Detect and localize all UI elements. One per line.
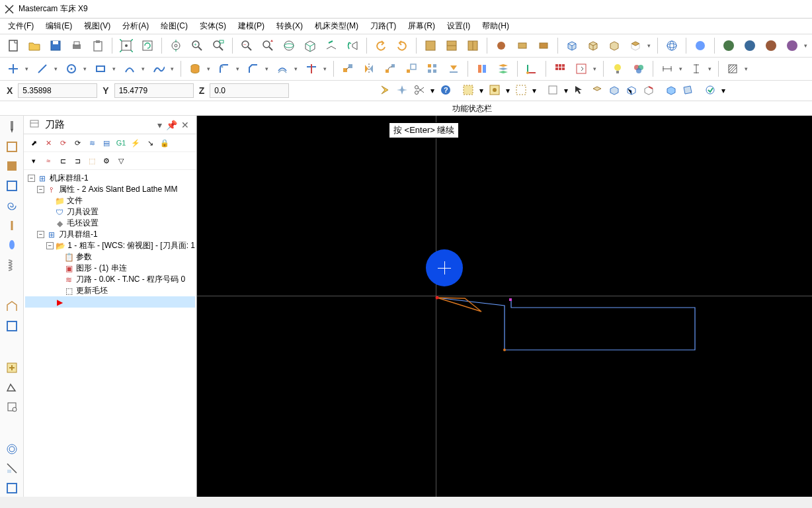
tree-toolpath-nc[interactable]: ≋ 刀路 - 0.0K - T.NC - 程序号码 0 xyxy=(25,274,195,285)
post-icon[interactable]: G1 xyxy=(115,137,127,149)
graphics-viewport[interactable]: 按 <Enter> 继续 xyxy=(197,116,812,497)
sel-all-icon[interactable] xyxy=(462,84,474,98)
select-dirty-icon[interactable]: ✕ xyxy=(42,137,54,149)
arc-icon[interactable] xyxy=(120,60,139,78)
tree-update-stock[interactable]: ⬚ 更新毛坯 xyxy=(25,285,195,296)
material-4-icon[interactable] xyxy=(783,36,801,55)
z-input[interactable] xyxy=(210,83,289,98)
undo-icon[interactable] xyxy=(372,36,390,55)
menu-edit[interactable]: 编辑(E) xyxy=(43,19,75,33)
drill-icon[interactable] xyxy=(3,118,21,136)
dropdown-icon[interactable]: ▾ xyxy=(142,65,147,72)
y-input[interactable] xyxy=(114,83,194,98)
material-3-icon[interactable] xyxy=(762,36,780,55)
lock-icon[interactable]: 🔒 xyxy=(159,137,171,149)
collapse-icon[interactable]: − xyxy=(46,242,54,249)
dropdown-icon[interactable]: ▾ xyxy=(323,65,329,72)
dropdown-icon[interactable]: ▾ xyxy=(721,86,725,95)
stock-shade-icon[interactable] xyxy=(492,36,510,55)
tp-display3-icon[interactable]: ⊐ xyxy=(71,155,83,167)
menu-screen[interactable]: 屏幕(R) xyxy=(405,19,438,33)
menu-view[interactable]: 视图(V) xyxy=(81,19,113,33)
profile-6-icon[interactable] xyxy=(3,480,21,497)
regen-icon[interactable]: ⟳ xyxy=(57,137,69,149)
cylinder-icon[interactable] xyxy=(186,60,204,78)
stock-wire2-icon[interactable] xyxy=(534,36,553,55)
plane-front-icon[interactable] xyxy=(442,36,461,55)
panel-close-icon[interactable]: ✕ xyxy=(179,120,191,130)
menu-machine[interactable]: 机床类型(M) xyxy=(312,19,361,33)
regen-all-icon[interactable]: ⟳ xyxy=(71,137,83,149)
dim-vert-icon[interactable] xyxy=(687,60,706,78)
menu-help[interactable]: 帮助(H) xyxy=(479,19,512,33)
plane-side-icon[interactable] xyxy=(464,36,482,55)
unzoom-icon[interactable]: − xyxy=(237,36,256,55)
xform-scale-icon[interactable] xyxy=(402,60,421,78)
rough-fill-icon[interactable] xyxy=(3,157,21,175)
rectangle-icon[interactable] xyxy=(91,60,110,78)
menu-xform[interactable]: 转换(X) xyxy=(274,19,305,33)
save-icon[interactable] xyxy=(46,36,65,55)
cube-iso-icon[interactable] xyxy=(563,36,581,55)
spiral-icon[interactable] xyxy=(3,197,21,214)
spiral-2-icon[interactable] xyxy=(3,441,21,458)
cube-front-icon[interactable] xyxy=(584,36,602,55)
tp-options-icon[interactable]: ⚙ xyxy=(101,155,112,167)
sel-solid-icon[interactable] xyxy=(608,84,620,98)
thread-vert-icon[interactable] xyxy=(3,217,21,234)
cplane-origin-icon[interactable] xyxy=(522,60,541,78)
tree-params[interactable]: 📋 参数 xyxy=(25,251,195,263)
profile-1-icon[interactable] xyxy=(3,298,21,315)
dropdown-icon[interactable]: ▾ xyxy=(532,86,536,95)
sel-face-icon[interactable] xyxy=(625,84,637,98)
autocursor-icon[interactable] xyxy=(396,84,408,98)
sel-sheet-icon[interactable] xyxy=(682,84,694,98)
tree-stock-settings[interactable]: ◆ 毛坯设置 xyxy=(25,218,195,229)
spring-icon[interactable] xyxy=(3,256,21,273)
tree-toolpath-group[interactable]: − ⊞ 刀具群组-1 xyxy=(25,229,195,240)
dropdown-icon[interactable]: ▾ xyxy=(506,86,510,95)
hispeed-icon[interactable]: ⚡ xyxy=(130,137,142,149)
sel-body-icon[interactable] xyxy=(665,84,676,98)
stock-wire1-icon[interactable] xyxy=(513,36,532,55)
layer-visible-icon[interactable] xyxy=(473,60,491,78)
zoom-selected-icon[interactable] xyxy=(209,36,227,55)
dropdown-icon[interactable]: ▾ xyxy=(647,42,653,49)
collapse-icon[interactable]: − xyxy=(37,186,44,193)
x-input[interactable] xyxy=(18,83,97,98)
display-toggle-icon[interactable]: ▾ xyxy=(28,155,40,167)
menu-solids[interactable]: 实体(S) xyxy=(197,19,229,33)
tp-filter-icon[interactable]: ▽ xyxy=(115,155,127,167)
shade-toggle-icon[interactable] xyxy=(691,36,710,55)
sel-only-icon[interactable] xyxy=(489,84,501,98)
sel-arrow-icon[interactable] xyxy=(573,84,585,98)
menu-settings[interactable]: 设置(I) xyxy=(444,19,473,33)
tree-machine-group[interactable]: − ⊞ 机床群组-1 xyxy=(25,173,195,184)
scissors-icon[interactable] xyxy=(413,84,425,98)
fillet-icon[interactable] xyxy=(215,60,233,78)
dropdown-icon[interactable]: ▾ xyxy=(294,65,300,72)
dropdown-icon[interactable]: ▾ xyxy=(112,65,118,72)
dropdown-icon[interactable]: ▾ xyxy=(804,42,809,49)
sel-single-icon[interactable] xyxy=(547,84,559,98)
dropdown-icon[interactable]: ▾ xyxy=(745,65,750,72)
cube-back-icon[interactable] xyxy=(605,36,624,55)
sel-edge-icon[interactable] xyxy=(642,84,654,98)
material-1-icon[interactable] xyxy=(719,36,738,55)
dropdown-icon[interactable]: ▾ xyxy=(564,86,568,95)
tp-display2-icon[interactable]: ⊏ xyxy=(57,155,69,167)
fit-icon[interactable] xyxy=(117,36,136,55)
profile-4-icon[interactable] xyxy=(3,399,21,416)
rough-outline-icon[interactable] xyxy=(3,138,21,155)
dropdown-icon[interactable]: ▾ xyxy=(83,65,89,72)
dropdown-icon[interactable]: ▾ xyxy=(708,65,713,72)
xform-array-icon[interactable] xyxy=(423,60,442,78)
menu-file[interactable]: 文件(F) xyxy=(5,19,36,33)
grid-icon[interactable] xyxy=(551,60,569,78)
dyn-rotate-icon[interactable] xyxy=(280,36,298,55)
trim-icon[interactable] xyxy=(302,60,321,78)
grid-expand-icon[interactable] xyxy=(572,60,590,78)
dropdown-icon[interactable]: ▾ xyxy=(479,86,483,95)
zoom-target-icon[interactable] xyxy=(167,36,185,55)
finish-icon[interactable] xyxy=(3,177,21,194)
